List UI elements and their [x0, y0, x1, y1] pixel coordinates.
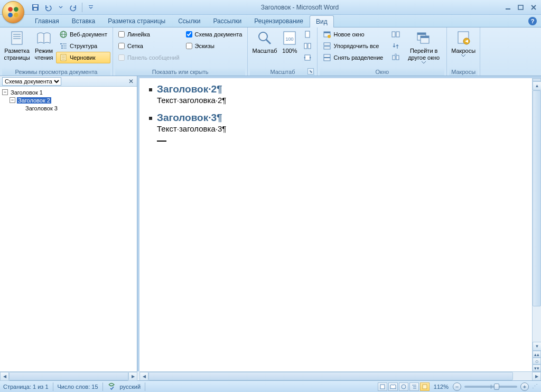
new-window-button[interactable]: Новое окно: [320, 29, 386, 40]
tab-review[interactable]: Рецензирование: [248, 15, 310, 27]
outline-button[interactable]: Структура: [56, 40, 110, 52]
status-word-count[interactable]: Число слов: 15: [58, 384, 98, 390]
document-map-close-button[interactable]: ✕: [127, 78, 135, 85]
view-draft-button[interactable]: [420, 382, 430, 391]
view-outline-button[interactable]: [409, 382, 419, 391]
browse-object-button[interactable]: ○: [533, 358, 541, 365]
macros-icon: [455, 30, 472, 46]
draft-button[interactable]: Черновик: [56, 52, 110, 63]
dropdown-icon: [461, 54, 465, 57]
print-layout-button[interactable]: Разметка страницы: [2, 29, 32, 62]
web-layout-button[interactable]: Веб-документ: [56, 29, 110, 40]
hscroll-thumb[interactable]: [148, 372, 513, 380]
zoom-dialog-launcher[interactable]: ⬊: [307, 68, 314, 74]
collapse-icon[interactable]: −: [2, 89, 8, 95]
scroll-right-button[interactable]: ▶: [532, 372, 541, 380]
office-button[interactable]: [2, 1, 24, 23]
svg-rect-44: [396, 32, 399, 37]
docmap-hscroll-thumb[interactable]: [9, 372, 128, 380]
split-button[interactable]: Снять разделение: [320, 52, 386, 63]
sync-scroll-button[interactable]: [388, 40, 403, 52]
tab-view[interactable]: Вид: [310, 15, 334, 27]
tree-item-h1[interactable]: − Заголовок 1: [1, 88, 136, 96]
zoom-100-button[interactable]: 100 100%: [279, 29, 300, 55]
document-canvas[interactable]: Заголовок·2¶ Текст·заголовка·2¶ Заголово…: [139, 78, 532, 371]
svg-rect-49: [417, 33, 426, 35]
document-map-tree[interactable]: − Заголовок 1 − Заголовок 2 Заголовок 3: [0, 87, 137, 380]
window-title: Заголовок - Microsoft Word: [97, 4, 503, 11]
maximize-button[interactable]: [516, 3, 526, 12]
arrange-all-button[interactable]: Упорядочить все: [320, 40, 386, 52]
view-reading-button[interactable]: [388, 382, 398, 391]
svg-rect-53: [380, 385, 385, 389]
tab-mailings[interactable]: Рассылки: [207, 15, 248, 27]
proofing-icon[interactable]: [107, 382, 116, 391]
sync-scroll-icon: [391, 42, 400, 50]
svg-rect-43: [392, 32, 395, 37]
scroll-down-button[interactable]: ▼: [533, 342, 541, 351]
undo-dropdown[interactable]: [55, 2, 67, 13]
zoom-button[interactable]: Масштаб: [250, 29, 279, 55]
hscroll-track[interactable]: [148, 372, 532, 380]
zoom-out-button[interactable]: −: [453, 382, 461, 391]
save-button[interactable]: [30, 2, 41, 13]
scroll-track[interactable]: [533, 90, 541, 342]
paragraph-2[interactable]: Текст·заголовка·2¶: [157, 96, 523, 105]
page-width-button[interactable]: [300, 52, 315, 63]
one-page-button[interactable]: [300, 29, 315, 40]
zoom-slider[interactable]: [464, 386, 517, 388]
tab-page-layout[interactable]: Разметка страницы: [101, 15, 172, 27]
horizontal-scrollbar[interactable]: ◀ ▶: [139, 371, 541, 380]
svg-rect-9: [518, 5, 523, 10]
minimize-button[interactable]: [503, 3, 514, 12]
heading-2a[interactable]: Заголовок·2¶: [149, 83, 523, 95]
tab-references[interactable]: Ссылки: [172, 15, 207, 27]
scroll-up-button[interactable]: ▲: [533, 81, 541, 90]
reading-layout-button[interactable]: Режим чтения: [32, 29, 56, 62]
svg-rect-6: [34, 8, 37, 10]
vertical-scrollbar[interactable]: ▲ ▼ ▴▴ ○ ▾▾: [532, 78, 541, 371]
thumbnails-checkbox[interactable]: Эскизы: [183, 40, 246, 52]
docmap-scroll-right[interactable]: ▶: [128, 372, 137, 381]
docmap-hscroll[interactable]: ◀ ▶: [0, 371, 137, 380]
reset-position-button[interactable]: [388, 52, 403, 63]
svg-rect-35: [305, 55, 310, 60]
tab-insert[interactable]: Вставка: [66, 15, 102, 27]
resize-grip-icon[interactable]: ⋰: [532, 383, 538, 390]
switch-windows-button[interactable]: Перейти в другое окно: [403, 29, 444, 65]
heading-2b[interactable]: Заголовок·3¶: [149, 112, 523, 124]
heading-bullet-icon: [149, 117, 152, 120]
status-page[interactable]: Страница: 1 из 1: [3, 384, 49, 390]
paragraph-3[interactable]: Текст·заголовка·3¶: [157, 124, 523, 133]
view-web-button[interactable]: [399, 382, 408, 391]
tree-item-h2[interactable]: − Заголовок 2: [1, 96, 136, 104]
scroll-left-button[interactable]: ◀: [139, 372, 148, 380]
collapse-icon[interactable]: −: [10, 97, 15, 103]
ribbon-tabs: Главная Вставка Разметка страницы Ссылки…: [0, 15, 541, 27]
side-by-side-button[interactable]: [388, 29, 403, 40]
tree-item-h3[interactable]: Заголовок 3: [1, 104, 136, 112]
browse-next-button[interactable]: ▾▾: [533, 365, 541, 371]
close-button[interactable]: [528, 3, 539, 12]
browse-prev-button[interactable]: ▴▴: [533, 351, 541, 358]
redo-button[interactable]: [68, 2, 79, 13]
ruler-checkbox[interactable]: Линейка: [115, 29, 183, 40]
svg-point-38: [328, 35, 331, 38]
gridlines-checkbox[interactable]: Сетка: [115, 40, 183, 52]
qat-customize-button[interactable]: [85, 2, 97, 13]
zoom-slider-thumb[interactable]: [494, 384, 499, 390]
two-pages-button[interactable]: [300, 40, 315, 52]
document-map-selector[interactable]: Схема документа: [2, 77, 61, 86]
scroll-thumb[interactable]: [533, 90, 541, 306]
status-language[interactable]: русский: [120, 384, 141, 390]
tab-home[interactable]: Главная: [29, 15, 66, 27]
undo-button[interactable]: [42, 2, 54, 13]
macros-button[interactable]: Макросы: [449, 29, 478, 58]
doc-map-checkbox[interactable]: Схема документа: [183, 29, 246, 40]
zoom-level[interactable]: 112%: [434, 384, 449, 390]
text-cursor: [157, 141, 166, 142]
docmap-scroll-left[interactable]: ◀: [0, 372, 9, 381]
view-print-layout-button[interactable]: [378, 382, 387, 391]
help-button[interactable]: ?: [528, 17, 537, 25]
zoom-in-button[interactable]: +: [520, 382, 529, 391]
